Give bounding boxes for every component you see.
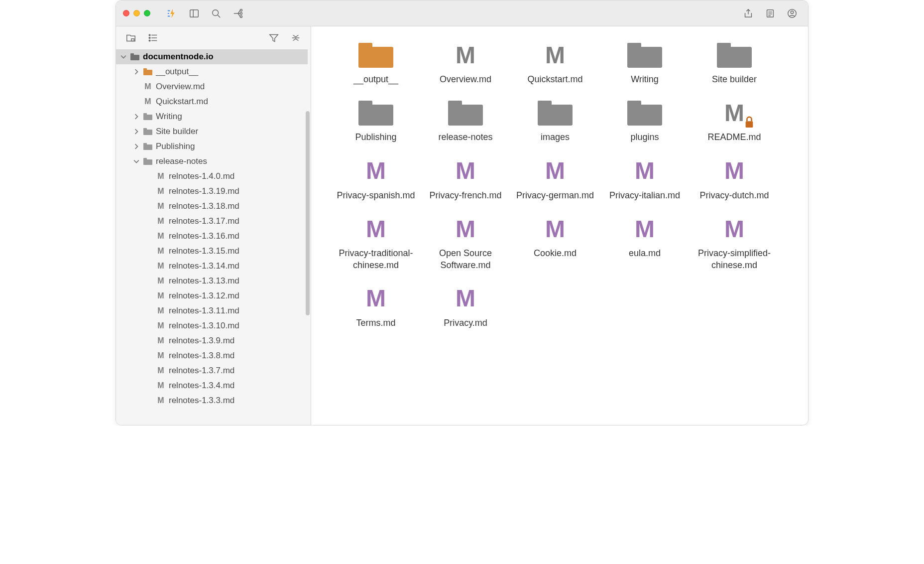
toggle-sidebar-icon[interactable] [185,4,203,22]
tree-row[interactable]: Mrelnotes-1.3.15.md [116,244,308,259]
chevron-spacer-icon [146,382,153,389]
grid-item[interactable]: MOverview.md [421,41,510,85]
markdown-icon: M [545,159,565,183]
markdown-icon: M [545,217,565,241]
grid-item[interactable]: release-notes [421,99,510,143]
tree-row[interactable]: MOverview.md [116,79,308,94]
grid-item[interactable]: MPrivacy-italian.md [600,157,690,201]
search-icon[interactable] [207,4,225,22]
tree-row[interactable]: Mrelnotes-1.3.8.md [116,348,308,363]
tree-row[interactable]: Mrelnotes-1.3.9.md [116,333,308,348]
folder-icon [143,113,152,120]
chevron-spacer-icon [146,263,153,270]
chevron-down-icon[interactable] [120,53,127,60]
share-icon[interactable] [739,4,757,22]
chevron-right-icon[interactable] [133,143,140,150]
grid-item[interactable]: MPrivacy-simplified-chinese.md [690,215,779,271]
chevron-down-icon[interactable] [133,158,140,165]
tree-row[interactable]: Site builder [116,124,308,139]
chevron-spacer-icon [146,337,153,344]
chevron-right-icon[interactable] [133,128,140,135]
markdown-icon: M [366,159,386,183]
filter-icon[interactable] [264,29,284,47]
project-view-icon[interactable] [121,29,141,47]
chevron-spacer-icon [146,307,153,314]
tree-row[interactable]: Mrelnotes-1.3.18.md [116,199,308,214]
tree-row[interactable]: Mrelnotes-1.3.14.md [116,259,308,274]
tree-item-label: documentnode.io [143,52,214,62]
tree-row[interactable]: Mrelnotes-1.3.12.md [116,288,308,303]
chevron-right-icon[interactable] [133,113,140,120]
account-icon[interactable] [783,4,801,22]
tree-row[interactable]: MQuickstart.md [116,94,308,109]
grid-item-label: images [541,132,570,143]
tree-row[interactable]: Mrelnotes-1.3.13.md [116,274,308,288]
grid-item-label: __output__ [353,74,398,85]
markdown-icon: M [456,159,475,183]
grid-item[interactable]: images [510,99,600,143]
grid-item-label: Privacy.md [444,317,487,329]
grid-item-label: Publishing [355,132,396,143]
grid-item[interactable]: MPrivacy.md [421,285,510,329]
tree-row[interactable]: Writing [116,109,308,124]
chevron-right-icon[interactable] [133,68,140,75]
file-tree[interactable]: documentnode.io__output__MOverview.mdMQu… [116,49,311,425]
grid-item[interactable]: MCookie.md [510,215,600,271]
grid-item[interactable]: Site builder [690,41,779,85]
grid-item[interactable]: MREADME.md [690,99,779,143]
tree-row[interactable]: Mrelnotes-1.3.11.md [116,303,308,318]
grid-item[interactable]: MOpen Source Software.md [421,215,510,271]
tree-item-label: relnotes-1.3.17.md [169,216,239,226]
notes-icon[interactable] [761,4,779,22]
tree-scrollbar[interactable] [306,111,310,315]
tree-item-label: relnotes-1.3.14.md [169,261,239,271]
grid-item[interactable]: MPrivacy-traditional-chinese.md [331,215,421,271]
markdown-icon: M [724,101,744,125]
tree-row[interactable]: Mrelnotes-1.3.17.md [116,214,308,229]
grid-item[interactable]: MTerms.md [331,285,421,329]
svg-rect-4 [190,9,199,17]
folder-icon [358,43,393,68]
grid-item[interactable]: Publishing [331,99,421,143]
tree-row[interactable]: Mrelnotes-1.4.0.md [116,169,308,184]
markdown-icon: M [724,217,744,241]
tree-row[interactable]: Mrelnotes-1.3.7.md [116,363,308,378]
markdown-icon: M [144,83,151,91]
close-window-button[interactable] [123,10,129,16]
grid-item[interactable]: MPrivacy-dutch.md [690,157,779,201]
chevron-spacer-icon [146,203,153,210]
tree-row[interactable]: Mrelnotes-1.3.10.md [116,318,308,333]
chevron-spacer-icon [146,218,153,225]
tree-item-label: relnotes-1.3.10.md [169,321,239,331]
grid-item-label: Cookie.md [534,248,577,259]
tree-row[interactable]: Mrelnotes-1.3.3.md [116,393,308,408]
grid-item[interactable]: plugins [600,99,690,143]
connections-icon[interactable] [229,4,247,22]
grid-item[interactable]: MPrivacy-spanish.md [331,157,421,201]
outline-view-icon[interactable] [143,29,163,47]
chevron-spacer-icon [133,83,140,90]
grid-item[interactable]: Meula.md [600,215,690,271]
tree-row[interactable]: Publishing [116,139,308,154]
quick-actions-icon[interactable] [163,4,181,22]
collapse-icon[interactable] [286,29,306,47]
grid-item[interactable]: __output__ [331,41,421,85]
grid-item[interactable]: MPrivacy-french.md [421,157,510,201]
grid-item[interactable]: MQuickstart.md [510,41,600,85]
chevron-spacer-icon [146,397,153,404]
tree-row[interactable]: Mrelnotes-1.3.16.md [116,229,308,244]
svg-point-10 [240,15,242,17]
tree-row[interactable]: release-notes [116,154,308,169]
tree-item-label: relnotes-1.3.19.md [169,186,239,196]
tree-row[interactable]: Mrelnotes-1.3.19.md [116,184,308,199]
zoom-window-button[interactable] [144,10,150,16]
tree-row[interactable]: documentnode.io [116,49,308,64]
svg-point-20 [149,40,150,41]
grid-item[interactable]: MPrivacy-german.md [510,157,600,201]
grid-item-label: Site builder [712,74,757,85]
minimize-window-button[interactable] [133,10,140,16]
chevron-spacer-icon [146,322,153,329]
grid-item[interactable]: Writing [600,41,690,85]
tree-row[interactable]: __output__ [116,64,308,79]
tree-row[interactable]: Mrelnotes-1.3.4.md [116,378,308,393]
